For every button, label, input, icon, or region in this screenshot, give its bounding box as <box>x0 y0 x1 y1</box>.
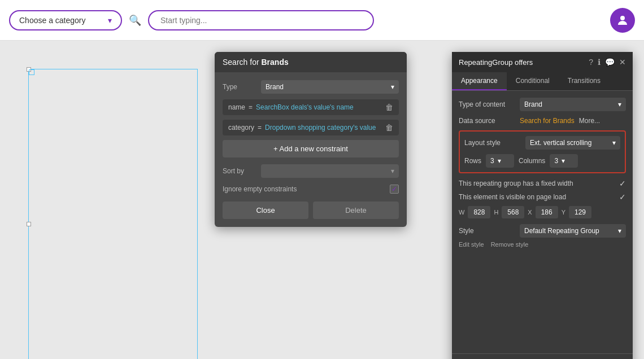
rows-label: Rows <box>464 157 481 165</box>
ignore-label: Ignore empty constraints <box>223 185 385 193</box>
search-input[interactable] <box>148 10 374 30</box>
constraint1-key: name <box>228 103 245 111</box>
sort-select[interactable]: ▾ <box>261 164 399 178</box>
category-dropdown[interactable]: Choose a category ▾ <box>9 10 122 30</box>
canvas: Search for Brands Type Brand ▾ name = Se… <box>0 41 644 359</box>
fixed-width-row: This repeating group has a fixed width ✓ <box>459 179 626 188</box>
constraint1-val[interactable]: SearchBox deals's value's name <box>256 103 354 111</box>
close-button[interactable]: Close <box>223 202 308 219</box>
modal-title-bold: Brands <box>261 58 288 67</box>
modal-body: Type Brand ▾ name = SearchBox deals's va… <box>215 72 407 227</box>
topbar: Choose a category ▾ 🔍 <box>0 0 644 41</box>
style-row: Style Default Repeating Group ▾ <box>459 224 626 238</box>
panel-title: RepeatingGroup offers <box>459 58 584 67</box>
category-dropdown-label: Choose a category <box>19 16 86 25</box>
sort-label: Sort by <box>223 167 256 175</box>
type-of-content-chevron-icon: ▾ <box>618 100 621 108</box>
chat-icon[interactable]: 💬 <box>605 58 615 67</box>
data-source-link[interactable]: Search for Brands <box>520 117 575 125</box>
help-icon[interactable]: ? <box>589 58 593 67</box>
dimensions-row: W 828 H 568 X 186 Y 129 <box>459 206 626 218</box>
layout-highlight-box: Layout style Ext. vertical scrolling ▾ R… <box>459 130 626 173</box>
right-panel: RepeatingGroup offers ? ℹ 💬 ✕ Appearance… <box>452 52 633 359</box>
close-icon[interactable]: ✕ <box>619 58 626 67</box>
type-chevron-icon: ▾ <box>391 83 394 91</box>
w-label: W <box>459 209 464 216</box>
h-input[interactable]: 568 <box>502 206 524 218</box>
constraint2-eq: = <box>258 124 262 132</box>
layout-style-label: Layout style <box>464 139 521 147</box>
fixed-width-check-icon: ✓ <box>619 179 626 188</box>
style-select[interactable]: Default Repeating Group ▾ <box>520 224 626 238</box>
columns-label: Columns <box>519 157 545 165</box>
y-input[interactable]: 129 <box>569 206 591 218</box>
type-of-content-row: Type of content Brand ▾ <box>459 98 626 111</box>
type-of-content-value: Brand <box>524 100 542 108</box>
resize-handle-ml[interactable] <box>27 222 31 226</box>
search-icon: 🔍 <box>129 14 141 27</box>
columns-value: 3 <box>554 157 558 165</box>
type-row: Type Brand ▾ <box>223 80 399 94</box>
panel-footer: Replace Delete <box>452 353 633 359</box>
layout-style-value: Ext. vertical scrolling <box>530 139 591 147</box>
columns-chevron-icon: ▾ <box>562 157 565 165</box>
layout-chevron-icon: ▾ <box>612 139 616 147</box>
type-label: Type <box>223 83 256 91</box>
constraint1-delete-icon[interactable]: 🗑 <box>385 103 393 112</box>
layout-style-row: Layout style Ext. vertical scrolling ▾ <box>464 136 620 150</box>
edit-style-link[interactable]: Edit style <box>459 241 484 248</box>
constraint1-eq: = <box>249 103 253 111</box>
panel-icons: ? ℹ 💬 ✕ <box>589 58 626 67</box>
constraint2-val[interactable]: Dropdown shopping category's value <box>265 124 376 132</box>
add-constraint-button[interactable]: + Add a new constraint <box>223 140 399 157</box>
fixed-width-text: This repeating group has a fixed width <box>459 180 615 187</box>
w-input[interactable]: 828 <box>468 206 490 218</box>
avatar <box>610 8 635 33</box>
type-of-content-select[interactable]: Brand ▾ <box>520 98 626 111</box>
data-source-label: Data source <box>459 117 515 125</box>
constraint-row-1: name = SearchBox deals's value's name 🗑 <box>223 99 399 115</box>
ignore-row: Ignore empty constraints ✓ <box>223 185 399 194</box>
tab-appearance[interactable]: Appearance <box>452 72 507 90</box>
rows-chevron-icon: ▾ <box>498 157 501 165</box>
x-input[interactable]: 186 <box>536 206 558 218</box>
modal-footer: Close Delete <box>223 202 399 219</box>
style-chevron-icon: ▾ <box>618 227 621 235</box>
rows-cols-row: Rows 3 ▾ Columns 3 ▾ <box>464 154 620 168</box>
rows-value: 3 <box>490 157 494 165</box>
style-actions: Edit style Remove style <box>459 241 626 248</box>
type-value: Brand <box>266 83 284 91</box>
constraint2-delete-icon[interactable]: 🗑 <box>385 123 393 132</box>
constraint2-key: category <box>228 124 254 132</box>
resize-handle-tl[interactable] <box>27 67 31 72</box>
visible-check-icon: ✓ <box>619 192 626 202</box>
rows-select[interactable]: 3 ▾ <box>486 154 514 168</box>
selected-element-box <box>28 69 198 359</box>
style-value: Default Repeating Group <box>524 227 599 235</box>
sort-row: Sort by ▾ <box>223 164 399 178</box>
sort-chevron-icon: ▾ <box>391 167 394 175</box>
data-source-row: Data source Search for Brands More... <box>459 117 626 125</box>
style-label: Style <box>459 227 515 235</box>
chevron-down-icon: ▾ <box>108 16 112 25</box>
remove-style-link[interactable]: Remove style <box>491 241 529 248</box>
data-source-more[interactable]: More... <box>579 117 600 125</box>
type-of-content-label: Type of content <box>459 100 515 108</box>
svg-point-0 <box>620 16 625 20</box>
ignore-checkbox[interactable]: ✓ <box>390 185 399 194</box>
info-icon[interactable]: ℹ <box>598 58 601 67</box>
tab-transitions[interactable]: Transitions <box>559 72 610 90</box>
columns-select[interactable]: 3 ▾ <box>550 154 578 168</box>
add-constraint-label: + Add a new constraint <box>273 145 348 153</box>
type-select[interactable]: Brand ▾ <box>261 80 399 94</box>
delete-button[interactable]: Delete <box>313 202 399 219</box>
visible-row: This element is visible on page load ✓ <box>459 192 626 202</box>
tabs: Appearance Conditional Transitions <box>452 72 633 91</box>
visible-text: This element is visible on page load <box>459 193 615 201</box>
panel-body: Type of content Brand ▾ Data source Sear… <box>452 91 633 353</box>
modal-title-prefix: Search for <box>223 58 261 67</box>
layout-style-select[interactable]: Ext. vertical scrolling ▾ <box>525 136 620 150</box>
tab-conditional[interactable]: Conditional <box>507 72 559 90</box>
h-label: H <box>494 209 498 216</box>
constraint-row-2: category = Dropdown shopping category's … <box>223 120 399 135</box>
